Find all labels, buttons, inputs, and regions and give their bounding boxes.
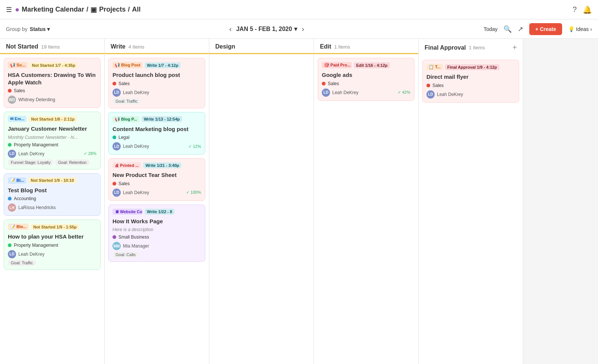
- card-header: ✉ Em...Not Started 1/8 - 2:11p: [8, 116, 96, 122]
- brand-dot: ●: [15, 5, 19, 14]
- column-write: Write4 Items📢 Blog PostWrite 1/7 - 4:12p…: [105, 39, 209, 364]
- card-title: Content Marketing blog post: [112, 125, 201, 133]
- share-button[interactable]: ↗: [518, 25, 523, 33]
- card-type-badge: 📝 Bl...: [8, 177, 26, 184]
- ideas-label: Ideas: [576, 26, 589, 32]
- card-header: 📋 T...Final Approval 1/9 - 4:12p: [426, 64, 515, 70]
- group-by-status-button[interactable]: Status ▾: [30, 26, 50, 32]
- create-button[interactable]: + Create: [529, 23, 562, 35]
- card[interactable]: 🖨 Printed ...Write 1/21 - 3:40pNew Produ…: [108, 158, 205, 201]
- avatar-wrapper: LDLeah DeKrey: [112, 189, 149, 197]
- search-button[interactable]: 🔍: [503, 25, 512, 33]
- bell-icon[interactable]: 🔔: [583, 5, 592, 14]
- add-column-button[interactable]: +: [512, 43, 517, 52]
- tag-label: Property Management: [14, 243, 58, 248]
- tag-color-dot: [112, 182, 116, 186]
- avatar: WD: [8, 96, 16, 104]
- avatar-wrapper: WDWhitney Deterding: [8, 96, 55, 104]
- card[interactable]: 📢 So...Not Started 1/7 - 4:35pHSA Custom…: [4, 58, 101, 108]
- column-title-text: Edit: [320, 43, 331, 50]
- column-title-text: Final Approval: [425, 44, 466, 51]
- date-range[interactable]: JAN 5 - FEB 1, 2020 ▾: [236, 25, 297, 32]
- card[interactable]: 📝 Bl...Not Started 1/9 - 10:10Test Blog …: [4, 173, 101, 216]
- column-title-write: Write4 Items: [111, 43, 144, 50]
- card-status-badge: Not Started 1/8 - 2:11p: [29, 116, 77, 122]
- today-button[interactable]: Today: [484, 26, 497, 32]
- card[interactable]: 📝 Blo...Not Started 1/9 - 1:55pHow to pl…: [4, 220, 101, 270]
- card-type-badge: 📢 So...: [8, 62, 27, 68]
- column-header-design: Design: [209, 39, 314, 54]
- card-status-badge: Not Started 1/7 - 4:35p: [30, 62, 77, 68]
- card-subtitle: Monthly Customer Newsletter - hi...: [8, 135, 96, 140]
- card[interactable]: 📋 T...Final Approval 1/9 - 4:12pDirect m…: [422, 60, 519, 103]
- card-title: Product launch blog post: [112, 71, 201, 79]
- card[interactable]: 🖥 Website Co...Write 1/22 - 8How It Work…: [108, 205, 205, 262]
- tag-pill: Goal: Calls: [112, 252, 139, 258]
- card-header: 🖨 Printed ...Write 1/21 - 3:40p: [112, 162, 201, 168]
- card-header: 📢 Blog PostWrite 1/7 - 4:12p: [112, 62, 201, 68]
- avatar-wrapper: LDLeah DeKrey: [8, 150, 44, 158]
- column-title-not-started: Not Started19 Items: [6, 43, 60, 50]
- card-title: How to plan your HSA better: [8, 233, 96, 240]
- card-status-badge: Edit 1/16 - 4:12p: [354, 62, 390, 68]
- projects-icon: ▣: [90, 6, 97, 14]
- date-chevron-icon: ▾: [294, 25, 297, 32]
- menu-icon[interactable]: ☰: [6, 6, 12, 14]
- card-meta: Small Business: [112, 234, 201, 240]
- avatar: LD: [112, 142, 121, 150]
- card-footer: LDLeah DeKrey✓ 12%: [112, 142, 201, 150]
- card[interactable]: 📢 Blog PostWrite 1/7 - 4:12pProduct laun…: [108, 58, 205, 108]
- nav-projects[interactable]: Projects: [99, 6, 126, 13]
- toolbar-right: Today 🔍 ↗ + Create 💡 Ideas ›: [484, 23, 592, 35]
- column-not-started: Not Started19 Items📢 So...Not Started 1/…: [0, 39, 105, 364]
- card-title: Test Blog Post: [8, 187, 96, 194]
- column-title-design: Design: [215, 43, 238, 50]
- avatar: LD: [322, 88, 330, 97]
- column-header-edit: Edit1 Items: [314, 39, 418, 54]
- card-footer: LDLeah DeKrey: [112, 88, 201, 97]
- card-meta: Sales: [8, 88, 96, 93]
- avatar: LD: [8, 250, 16, 258]
- progress-indicator: ✓ 12%: [188, 144, 201, 149]
- card[interactable]: 🎯 Paid Pro...Edit 1/16 - 4:12pGoogle ads…: [318, 58, 414, 101]
- column-edit: Edit1 Items🎯 Paid Pro...Edit 1/16 - 4:12…: [314, 39, 419, 364]
- prev-button[interactable]: ‹: [229, 25, 232, 33]
- status-label: Status: [30, 26, 46, 32]
- column-title-text: Write: [111, 43, 126, 50]
- column-count: 4 Items: [129, 44, 145, 50]
- column-design: Design: [209, 39, 314, 364]
- card-title: How It Works Page: [112, 218, 201, 225]
- ideas-button[interactable]: 💡 Ideas ›: [568, 26, 592, 32]
- card[interactable]: 📢 Blog P...Write 1/13 - 12:54pContent Ma…: [108, 112, 205, 155]
- card-title: New Product Tear Sheet: [112, 171, 201, 179]
- nav-left: ☰ ● Marketing Calendar / ▣ Projects / Al…: [6, 5, 141, 14]
- tag-pill: Goal: Retention: [55, 159, 89, 165]
- card-status-badge: Write 1/13 - 12:54p: [142, 116, 182, 122]
- create-plus-icon: +: [535, 26, 538, 32]
- card-meta: Sales: [426, 83, 515, 88]
- card-footer: LDLeah DeKrey✓ 100%: [112, 189, 201, 197]
- card-status-badge: Not Started 1/9 - 10:10: [28, 177, 76, 183]
- tag-pill: Goal: Traffic: [8, 260, 36, 266]
- avatar-name: Leah DeKrey: [18, 252, 44, 257]
- card-header: 📢 So...Not Started 1/7 - 4:35p: [8, 62, 96, 68]
- help-icon[interactable]: ?: [573, 5, 577, 14]
- avatar: LD: [8, 150, 16, 158]
- card-status-badge: Write 1/21 - 3:40p: [143, 162, 181, 168]
- column-header-not-started: Not Started19 Items: [0, 39, 104, 54]
- avatar: LD: [112, 88, 121, 97]
- card-footer: LHLaRissa Hendricks: [8, 203, 96, 212]
- toolbar-center: ‹ JAN 5 - FEB 1, 2020 ▾ ›: [229, 25, 304, 33]
- card-title: HSA Customers: Drawing To Win Apple Watc…: [8, 71, 96, 86]
- avatar-wrapper: LDLeah DeKrey: [8, 250, 44, 258]
- card[interactable]: ✉ Em...Not Started 1/8 - 2:11pJanuary Cu…: [4, 112, 101, 169]
- avatar-name: Leah DeKrey: [123, 90, 149, 95]
- avatar: LH: [8, 203, 16, 212]
- nav-all[interactable]: All: [132, 6, 141, 13]
- column-title-edit: Edit1 Items: [320, 43, 350, 50]
- card-meta: Property Management: [8, 243, 96, 248]
- card-type-badge: 🎯 Paid Pro...: [322, 62, 352, 68]
- nav-title[interactable]: Marketing Calendar: [22, 6, 84, 13]
- progress-indicator: ✓ 100%: [186, 190, 201, 195]
- next-button[interactable]: ›: [302, 25, 304, 33]
